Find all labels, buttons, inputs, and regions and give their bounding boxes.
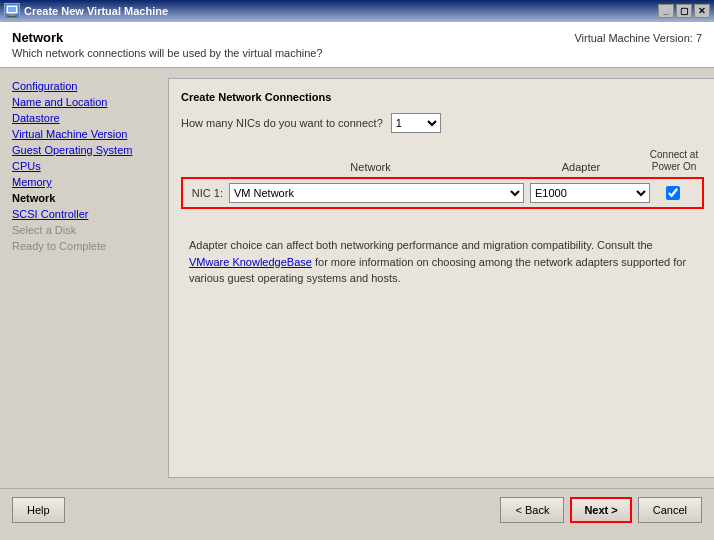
nav-cpus[interactable]: CPUs bbox=[8, 158, 152, 174]
title-bar: Create New Virtual Machine _ ▢ ✕ bbox=[0, 0, 714, 22]
nav-name-location[interactable]: Name and Location bbox=[8, 94, 152, 110]
nav-scsi[interactable]: SCSI Controller bbox=[8, 206, 152, 222]
minimize-button[interactable]: _ bbox=[658, 4, 674, 18]
maximize-button[interactable]: ▢ bbox=[676, 4, 692, 18]
adapter-select[interactable]: E1000 VMXNET 3 VMXNET 2 Flexible bbox=[530, 183, 650, 203]
right-panel: Create Network Connections How many NICs… bbox=[160, 68, 714, 488]
info-text-part1: Adapter choice can affect both networkin… bbox=[189, 239, 653, 251]
window-controls[interactable]: _ ▢ ✕ bbox=[658, 4, 710, 18]
app-icon bbox=[4, 3, 20, 19]
col-header-connect: Connect atPower On bbox=[644, 149, 704, 173]
nic-count-select[interactable]: 1 2 3 4 bbox=[391, 113, 441, 133]
nav-ready: Ready to Complete bbox=[8, 238, 152, 254]
nav-vm-version[interactable]: Virtual Machine Version bbox=[8, 126, 152, 142]
info-text: Adapter choice can affect both networkin… bbox=[181, 229, 704, 295]
nic-count-label: How many NICs do you want to connect? bbox=[181, 117, 383, 129]
svg-rect-1 bbox=[8, 7, 16, 12]
network-select[interactable]: VM Network VM Network 2 bbox=[229, 183, 524, 203]
nic-count-row: How many NICs do you want to connect? 1 … bbox=[181, 113, 704, 133]
nav-select-disk: Select a Disk bbox=[8, 222, 152, 238]
nic1-label: NIC 1: bbox=[187, 187, 223, 199]
nic1-row-wrapper: NIC 1: VM Network VM Network 2 E1000 VMX… bbox=[181, 177, 704, 209]
window-title: Create New Virtual Machine bbox=[24, 5, 168, 17]
dialog-header: Network Which network connections will b… bbox=[0, 22, 714, 68]
nav-configuration[interactable]: Configuration bbox=[8, 78, 152, 94]
back-button[interactable]: < Back bbox=[500, 497, 564, 523]
vm-version: Virtual Machine Version: 7 bbox=[574, 32, 702, 44]
next-button[interactable]: Next > bbox=[570, 497, 631, 523]
nav-guest-os[interactable]: Guest Operating System bbox=[8, 142, 152, 158]
nav-network: Network bbox=[8, 190, 152, 206]
page-subtitle: Which network connections will be used b… bbox=[12, 47, 323, 59]
nic1-row: NIC 1: VM Network VM Network 2 E1000 VMX… bbox=[187, 183, 698, 203]
col-header-adapter: Adapter bbox=[518, 161, 644, 173]
panel-box: Create Network Connections How many NICs… bbox=[168, 78, 714, 478]
connect-at-power-on-checkbox[interactable] bbox=[666, 186, 680, 200]
col-header-network: Network bbox=[223, 161, 518, 173]
page-title: Network bbox=[12, 30, 323, 45]
svg-rect-2 bbox=[9, 14, 15, 16]
dialog-footer: Help < Back Next > Cancel bbox=[0, 488, 714, 530]
nav-datastore[interactable]: Datastore bbox=[8, 110, 152, 126]
panel-title: Create Network Connections bbox=[181, 91, 704, 103]
nav-memory[interactable]: Memory bbox=[8, 174, 152, 190]
svg-rect-3 bbox=[8, 16, 16, 17]
dialog-body: Configuration Name and Location Datastor… bbox=[0, 68, 714, 488]
left-navigation: Configuration Name and Location Datastor… bbox=[0, 68, 160, 488]
cancel-button[interactable]: Cancel bbox=[638, 497, 702, 523]
vmware-kb-link[interactable]: VMware KnowledgeBase bbox=[189, 256, 312, 268]
close-button[interactable]: ✕ bbox=[694, 4, 710, 18]
help-button[interactable]: Help bbox=[12, 497, 65, 523]
